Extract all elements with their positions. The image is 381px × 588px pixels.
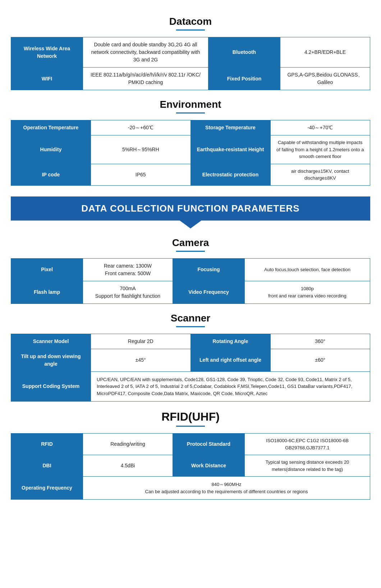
protocol-label: Protocol Standard	[173, 434, 245, 455]
lr-offset-label: Left and right offset angle	[190, 349, 270, 371]
environment-table: Operation Temperature -20～+60℃ Storage T…	[11, 120, 370, 186]
operating-freq-label: Operating Frequency	[11, 477, 83, 500]
camera-table: Pixel Rear camera: 1300W Front camera: 5…	[11, 258, 370, 304]
rfid-table: RFID Reading/writing Protocol Standard I…	[11, 433, 370, 500]
flash-value: 700mA Support for flashlight function	[83, 281, 173, 304]
camera-title: Camera	[11, 237, 370, 249]
fixed-position-value: GPS,A-GPS,Beidou GLONASS、Galileo	[280, 68, 370, 90]
rfid-divider	[176, 426, 205, 427]
table-row: Humidity 5%RH～95%RH Earthquake-resistant…	[11, 135, 370, 164]
work-distance-label: Work Distance	[173, 455, 245, 477]
table-row: DBI 4.5dBi Work Distance Typical tag sen…	[11, 455, 370, 477]
coding-system-label: Support Coding System	[11, 371, 91, 402]
wifi-label: WIFI	[11, 68, 83, 90]
datacom-table: Wireless Wide Area Network Double card a…	[11, 37, 370, 90]
protocol-value: ISO18000-6C,EPC C1G2 ISO18000-6B GB29768…	[245, 434, 370, 455]
ip-code-label: IP code	[11, 164, 91, 185]
rotating-angle-label: Rotating Angle	[190, 334, 270, 349]
table-row: IP code IP65 Electrostatic protection ai…	[11, 164, 370, 185]
focusing-value: Auto focus,touch selection, face detecti…	[245, 258, 370, 281]
scanner-model-label: Scanner Model	[11, 334, 91, 349]
rfid-value: Reading/writing	[83, 434, 173, 455]
flash-label: Flash lamp	[11, 281, 83, 304]
earthquake-label: Earthquake-resistant Height	[190, 135, 270, 164]
table-row: RFID Reading/writing Protocol Standard I…	[11, 434, 370, 455]
wireless-value: Double card and double standby 3G,2G 4G …	[83, 37, 208, 68]
work-distance-value: Typical tag sensing distance exceeds 20 …	[245, 455, 370, 477]
video-freq-value: 1080p front and rear camera video record…	[245, 281, 370, 304]
coding-row: Support Coding System UPC/EAN, UPC/EAN w…	[11, 371, 370, 402]
datacom-title: Datacom	[11, 16, 370, 27]
op-temp-value: -20～+60℃	[91, 120, 191, 135]
rotating-angle-value: 360°	[270, 334, 370, 349]
environment-divider	[176, 112, 205, 114]
camera-divider	[176, 251, 205, 252]
pixel-label: Pixel	[11, 258, 83, 281]
electrostatic-label: Electrostatic protection	[190, 164, 270, 185]
lr-offset-value: ±60°	[270, 349, 370, 371]
coding-system-value: UPC/EAN, UPC/EAN with supplementals, Cod…	[91, 371, 370, 402]
freq-row: Operating Frequency 840～960MHz Can be ad…	[11, 477, 370, 500]
pixel-value: Rear camera: 1300W Front camera: 500W	[83, 258, 173, 281]
operating-freq-value: 840～960MHz Can be adjusted according to …	[83, 477, 370, 500]
table-row: Wireless Wide Area Network Double card a…	[11, 37, 370, 68]
environment-title: Environment	[11, 99, 370, 110]
storage-temp-value: -40～+70℃	[270, 120, 370, 135]
earthquake-value: Capable of withstanding multiple impacts…	[270, 135, 370, 164]
dbi-label: DBI	[11, 455, 83, 477]
scanner-model-value: Regular 2D	[91, 334, 191, 349]
table-row: Tilt up and down viewing angle ±45° Left…	[11, 349, 370, 371]
data-collection-header: DATA COLLECTION FUNCTION PARAMETERS	[11, 196, 370, 221]
table-row: Pixel Rear camera: 1300W Front camera: 5…	[11, 258, 370, 281]
op-temp-label: Operation Temperature	[11, 120, 91, 135]
ip-code-value: IP65	[91, 164, 191, 185]
scanner-title: Scanner	[11, 312, 370, 324]
scanner-table: Scanner Model Regular 2D Rotating Angle …	[11, 334, 370, 402]
wireless-label: Wireless Wide Area Network	[11, 37, 83, 68]
focusing-label: Focusing	[173, 258, 245, 281]
bluetooth-value: 4.2+BR/EDR+BLE	[280, 37, 370, 68]
tilt-angle-label: Tilt up and down viewing angle	[11, 349, 91, 371]
bluetooth-label: Bluetooth	[208, 37, 280, 68]
scanner-divider	[176, 326, 205, 327]
tilt-angle-value: ±45°	[91, 349, 191, 371]
table-row: WIFI IEEE 802.11a/b/g/n/ac/d/e/h/i/k/r/v…	[11, 68, 370, 90]
rfid-title: RFID(UHF)	[11, 410, 370, 423]
wifi-value: IEEE 802.11a/b/g/n/ac/d/e/h/i/k/r/v 802.…	[83, 68, 208, 90]
big-header-arrow	[180, 221, 201, 228]
datacom-divider	[176, 29, 205, 31]
rfid-label: RFID	[11, 434, 83, 455]
dbi-value: 4.5dBi	[83, 455, 173, 477]
fixed-position-label: Fixed Position	[208, 68, 280, 90]
storage-temp-label: Storage Temperature	[190, 120, 270, 135]
video-freq-label: Video Frequency	[173, 281, 245, 304]
table-row: Scanner Model Regular 2D Rotating Angle …	[11, 334, 370, 349]
electrostatic-value: air discharge±15KV, contact discharge±8K…	[270, 164, 370, 185]
humidity-label: Humidity	[11, 135, 91, 164]
table-row: Operation Temperature -20～+60℃ Storage T…	[11, 120, 370, 135]
table-row: Flash lamp 700mA Support for flashlight …	[11, 281, 370, 304]
humidity-value: 5%RH～95%RH	[91, 135, 191, 164]
